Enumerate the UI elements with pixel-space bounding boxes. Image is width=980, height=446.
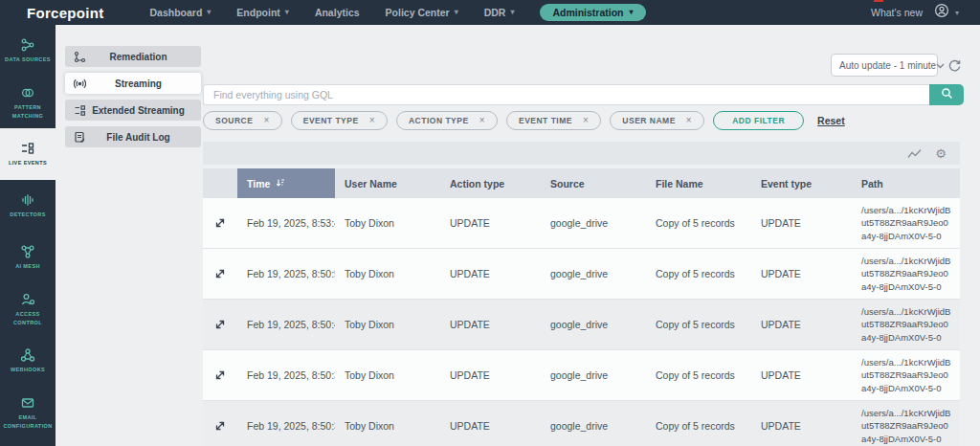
nav-administration[interactable]: Administration ▾ [540, 4, 645, 21]
cell-time: Feb 19, 2025, 8:53:42 PM [237, 217, 335, 229]
expand-row-button[interactable] [203, 369, 237, 381]
whats-new-link[interactable]: What's new [871, 7, 923, 18]
chevron-down-icon [936, 60, 945, 71]
table-row: Feb 19, 2025, 8:50:33 PM Toby Dixon UPDA… [203, 350, 960, 401]
cell-file: Copy of 5 records [646, 217, 751, 229]
sidebar-item-email-configuration[interactable]: EMAIL CONFIGURATION [0, 387, 56, 438]
chart-view-icon[interactable] [907, 148, 922, 159]
events-table: Time User Name Action type Source File N… [203, 168, 960, 446]
main-nav: Dashboard ▾ Endpoint ▾ Analytics Policy … [150, 4, 646, 21]
submenu-streaming[interactable]: Streaming [65, 73, 201, 94]
cell-path: /users/a.../1kcKrWjidBut5T88ZR9aaR9Jeo0a… [852, 204, 960, 242]
auto-update-dropdown[interactable]: Auto update - 1 minute [831, 54, 938, 77]
cell-user: Toby Dixon [335, 420, 440, 432]
sidebar-item-pattern-matching[interactable]: PATTERN MATCHING [0, 77, 56, 128]
search-input[interactable] [203, 84, 929, 105]
filter-chip-source[interactable]: SOURCE × [203, 111, 282, 130]
submenu-extended-streaming[interactable]: Extended Streaming [65, 100, 201, 121]
header-time[interactable]: Time [237, 168, 335, 198]
cell-user: Toby Dixon [335, 319, 440, 330]
nav-dashboard[interactable]: Dashboard ▾ [150, 7, 212, 18]
cell-file: Copy of 5 records [646, 369, 751, 381]
expand-row-button[interactable] [203, 319, 237, 330]
sidebar-item-ai-mesh[interactable]: AI MESH [0, 232, 56, 283]
header-event-type[interactable]: Event type [751, 168, 852, 198]
submenu-file-audit-log[interactable]: File Audit Log [65, 126, 201, 147]
nav-endpoint[interactable]: Endpoint ▾ [236, 7, 289, 18]
sidebar-item-detectors[interactable]: DETECTORS [0, 180, 56, 232]
red-dot [874, 0, 883, 2]
nav-analytics[interactable]: Analytics [315, 7, 360, 18]
chevron-down-icon: ▾ [207, 9, 211, 16]
webhooks-icon [20, 347, 35, 363]
detectors-icon [20, 192, 35, 208]
cell-path: /users/a.../1kcKrWjidBut5T88ZR9aaR9Jeo0a… [852, 356, 960, 394]
header-source[interactable]: Source [541, 168, 646, 198]
filter-chip-row: SOURCE × EVENT TYPE × ACTION TYPE × EVEN… [203, 111, 845, 130]
cell-time: Feb 19, 2025, 8:50:33 PM [237, 369, 335, 381]
header-action-type[interactable]: Action type [440, 168, 541, 198]
header-file-name[interactable]: File Name [646, 168, 751, 198]
expand-row-button[interactable] [203, 268, 237, 279]
header-expand-col [203, 168, 237, 198]
cell-event: UPDATE [751, 268, 852, 279]
file-audit-log-icon [74, 131, 90, 144]
email-icon [20, 395, 35, 411]
close-icon[interactable]: × [263, 116, 269, 125]
expand-row-button[interactable] [203, 420, 237, 432]
close-icon[interactable]: × [369, 116, 375, 125]
left-sidebar: DATA SOURCES PATTERN MATCHING LIVE EVENT… [0, 25, 56, 446]
table-header-row: Time User Name Action type Source File N… [203, 168, 960, 198]
sidebar-item-live-events[interactable]: LIVE EVENTS [0, 128, 56, 180]
cell-source: google_drive [541, 217, 646, 229]
search-icon [941, 87, 953, 102]
close-icon[interactable]: × [583, 116, 589, 125]
cell-path: /users/a.../1kcKrWjidBut5T88ZR9aaR9Jeo0a… [852, 255, 960, 293]
expand-row-button[interactable] [203, 217, 237, 229]
cell-file: Copy of 5 records [646, 268, 751, 279]
filter-chip-user-name[interactable]: USER NAME × [610, 111, 704, 130]
search-button[interactable] [929, 84, 964, 105]
cell-source: google_drive [541, 369, 646, 381]
refresh-button[interactable] [947, 58, 962, 73]
sidebar-item-data-sources[interactable]: DATA SOURCES [0, 25, 56, 77]
close-icon[interactable]: × [479, 116, 485, 125]
cell-event: UPDATE [751, 319, 852, 330]
nav-policy-center[interactable]: Policy Center ▾ [386, 7, 458, 18]
cell-event: UPDATE [751, 369, 852, 381]
filter-chip-event-time[interactable]: EVENT TIME × [506, 111, 601, 130]
cell-file: Copy of 5 records [646, 319, 751, 330]
nav-ddr[interactable]: DDR ▾ [484, 7, 515, 18]
cell-action: UPDATE [440, 420, 541, 432]
cell-action: UPDATE [440, 268, 541, 279]
streaming-icon [74, 78, 90, 90]
header-path[interactable]: Path [852, 168, 960, 198]
cell-action: UPDATE [440, 217, 541, 229]
avatar-icon [934, 3, 949, 22]
submenu-remediation[interactable]: Remediation [65, 46, 201, 67]
filter-chip-event-type[interactable]: EVENT TYPE × [291, 111, 388, 130]
cell-action: UPDATE [440, 369, 541, 381]
data-sources-icon [20, 37, 35, 53]
table-row: Feb 19, 2025, 8:50:52 PM Toby Dixon UPDA… [203, 249, 960, 300]
sidebar-item-access-control[interactable]: ACCESS CONTROL [0, 283, 56, 335]
table-row: Feb 19, 2025, 8:50:30 PM Toby Dixon UPDA… [203, 401, 960, 446]
cell-user: Toby Dixon [335, 369, 440, 381]
update-controls: Auto update - 1 minute [831, 54, 962, 77]
header-user-name[interactable]: User Name [335, 168, 440, 198]
cell-time: Feb 19, 2025, 8:50:40 PM [237, 319, 335, 330]
cell-event: UPDATE [751, 217, 852, 229]
live-events-icon [20, 141, 35, 156]
sidebar-item-webhooks[interactable]: WEBHOOKS [0, 335, 56, 387]
reset-link[interactable]: Reset [817, 115, 845, 126]
topbar-right: What's new ▾ [871, 3, 959, 22]
chevron-down-icon: ▾ [955, 9, 959, 17]
cell-event: UPDATE [751, 420, 852, 432]
chevron-down-icon: ▾ [630, 9, 634, 16]
user-menu[interactable]: ▾ [934, 3, 959, 22]
gear-icon[interactable]: ⚙ [935, 147, 947, 160]
remediation-icon [74, 51, 90, 63]
close-icon[interactable]: × [686, 116, 692, 125]
add-filter-button[interactable]: ADD FILTER [713, 111, 804, 130]
filter-chip-action-type[interactable]: ACTION TYPE × [396, 111, 498, 130]
